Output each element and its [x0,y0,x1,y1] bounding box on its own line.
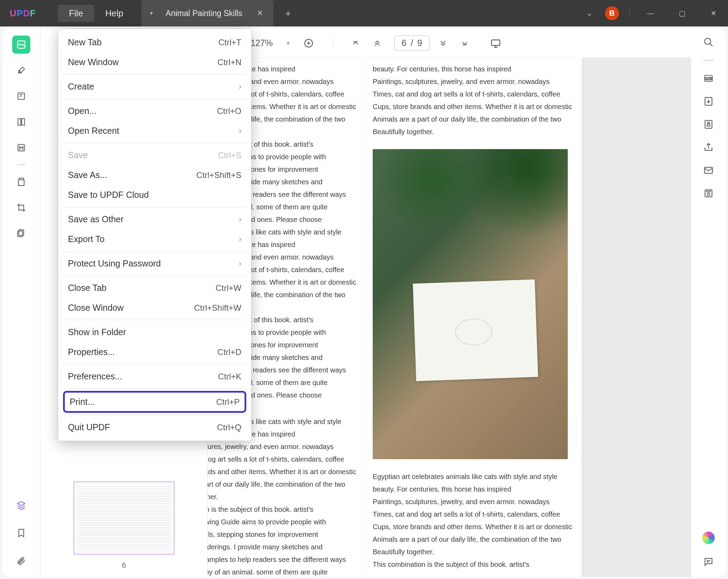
body-line: Animals are a part of our daily life, th… [373,113,575,125]
ocr-icon[interactable]: OCR [703,73,714,84]
svg-rect-15 [707,124,710,126]
form-tool-icon[interactable] [12,139,30,157]
body-line: Beautifully together. [373,125,575,138]
menu-new-window[interactable]: New WindowCtrl+N [58,52,251,72]
menu-save-cloud[interactable]: Save to UPDF Cloud [58,185,251,205]
page-tool-icon[interactable] [12,113,30,131]
layers-icon[interactable] [12,496,30,514]
page-thumbnail[interactable] [73,481,175,555]
bookmark-icon[interactable] [12,524,30,542]
body-line: beauty. For centuries, this horse has in… [373,483,575,495]
tab-dropdown-icon[interactable]: ▼ [149,10,154,16]
menu-show-folder[interactable]: Show in Folder [58,322,251,342]
zoom-level[interactable]: 127% [250,38,273,48]
attachment-icon[interactable] [12,552,30,570]
presentation-icon[interactable] [490,38,503,49]
menu-save-other[interactable]: Save as Other› [58,209,251,229]
chevron-right-icon: › [239,126,241,136]
svg-text:OCR: OCR [705,77,712,81]
menu-save: SaveCtrl+S [58,145,251,165]
menu-new-tab[interactable]: New TabCtrl+T [58,32,251,52]
svg-point-18 [707,193,710,196]
stamp-tool-icon[interactable] [12,224,30,242]
window-close-icon[interactable]: ✕ [703,5,724,22]
svg-point-10 [705,38,711,45]
thumbnails-tool-icon[interactable] [12,36,30,54]
comment-tool-icon[interactable] [12,61,30,79]
menu-export[interactable]: Export To› [58,229,251,249]
next-page-icon[interactable] [439,39,451,48]
page-sep: / [411,38,413,48]
user-avatar[interactable]: B [605,6,619,20]
page-total: 9 [417,38,422,48]
menu-help[interactable]: Help [94,5,134,22]
divider [629,8,630,18]
zoom-dropdown-icon[interactable]: ▼ [282,40,294,46]
menu-file[interactable]: File [58,5,94,22]
organize-tool-icon[interactable] [12,173,30,191]
body-line: Egyptian art celebrates animals like cat… [373,470,575,483]
add-tab-button[interactable]: ＋ [283,7,293,20]
save-icon[interactable] [703,188,714,199]
titlebar: UPDF File Help ▼ Animal Painting Skills … [0,0,728,26]
window-maximize-icon[interactable]: ▢ [672,5,692,22]
menu-close-tab[interactable]: Close TabCtrl+W [58,278,251,298]
menu-create[interactable]: Create› [58,77,251,96]
toolbar-divider [333,37,334,49]
body-line: Paintings, sculptures, jewelry, and even… [373,75,575,88]
left-rail [2,29,40,577]
share-icon[interactable] [703,142,714,153]
body-line: Beautifully together. [373,546,575,558]
prev-page-icon[interactable] [373,39,385,48]
page-number-input[interactable]: 6 / 9 [394,36,429,51]
svg-rect-2 [18,119,21,125]
body-line: Cups, store brands and other items. Whet… [373,100,575,113]
page-right: beauty. For centuries, this horse has in… [366,58,582,577]
menu-protect[interactable]: Protect Using Password› [58,254,251,273]
body-line: This combination is the subject of this … [373,558,575,571]
menu-print[interactable]: Print...Ctrl+P [63,391,246,413]
menu-save-as[interactable]: Save As...Ctrl+Shift+S [58,165,251,185]
page-current: 6 [402,38,406,48]
file-menu-dropdown: New TabCtrl+T New WindowCtrl+N Create› O… [58,29,251,441]
body-line: Cups, store brands and other items. Whet… [373,520,575,533]
rail-separator [17,164,25,165]
first-page-icon[interactable] [351,39,364,48]
menu-close-window[interactable]: Close WindowCtrl+Shift+W [58,298,251,318]
tab-title: Animal Painting Skills [166,9,242,18]
convert-icon[interactable] [703,96,714,107]
body-line: beauty. For centuries, this horse has in… [373,63,575,75]
document-tab[interactable]: ▼ Animal Painting Skills ✕ [141,0,274,26]
edit-tool-icon[interactable] [12,87,30,105]
rail-separator [703,60,714,61]
body-line: Times, cat and dog art sells a lot of t-… [373,508,575,520]
window-minimize-icon[interactable]: — [640,5,661,22]
thumbnail-number: 6 [122,561,126,570]
menu-preferences[interactable]: Preferences...Ctrl+K [58,366,251,386]
comment-panel-icon[interactable] [703,557,714,567]
email-icon[interactable] [703,165,714,176]
app-logo: UPDF [10,6,48,20]
body-line: Times, cat and dog art sells a lot of t-… [373,88,575,100]
svg-rect-3 [22,119,24,125]
tabs-list-icon[interactable]: ⌄ [584,8,595,18]
zoom-in-icon[interactable] [303,38,316,48]
right-rail: OCR [691,29,726,577]
menu-open[interactable]: Open...Ctrl+O [58,101,251,121]
chevron-right-icon: › [239,82,241,91]
menu-properties[interactable]: Properties...Ctrl+D [58,342,251,362]
menu-quit[interactable]: Quit UPDFCtrl+Q [58,417,251,437]
chevron-right-icon: › [239,259,241,268]
last-page-icon[interactable] [460,39,473,48]
page-image [373,149,568,459]
crop-tool-icon[interactable] [12,199,30,217]
ai-assistant-icon[interactable] [702,532,715,544]
chevron-right-icon: › [239,235,241,244]
menu-open-recent[interactable]: Open Recent› [58,121,251,141]
menubar: File Help [58,5,134,22]
body-line: Paintings, sculptures, jewelry, and even… [373,495,575,508]
search-icon[interactable] [703,37,714,47]
chevron-right-icon: › [239,215,241,224]
tab-close-icon[interactable]: ✕ [254,9,266,18]
protect-icon[interactable] [703,119,714,130]
